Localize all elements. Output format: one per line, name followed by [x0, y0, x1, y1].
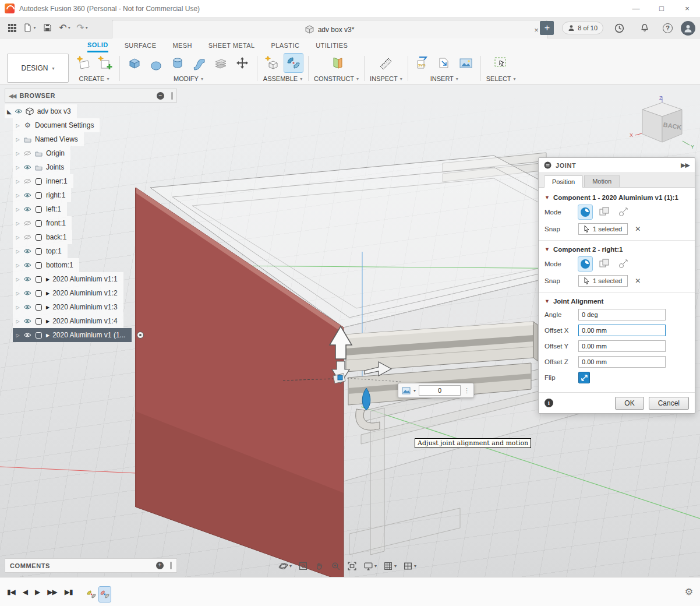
- browser-row-aluminium-1[interactable]: ▷ ▶ 2020 Aluminium v1:1: [13, 272, 123, 286]
- ok-button[interactable]: OK: [615, 397, 644, 410]
- browser-row-back[interactable]: ▷ back:1: [13, 230, 72, 244]
- undo-button[interactable]: ↶ ▾: [57, 20, 72, 36]
- browser-row-document-settings[interactable]: ▷ ⚙ Document Settings: [13, 118, 100, 132]
- fit-button[interactable]: [347, 561, 357, 571]
- new-sketch-button[interactable]: [96, 54, 114, 72]
- expand-dialog-icon[interactable]: ▶▶: [681, 161, 690, 169]
- minimize-button[interactable]: —: [623, 0, 649, 17]
- browser-row-front[interactable]: ▷ front:1: [13, 216, 72, 230]
- mode-between-two-faces-button[interactable]: [598, 257, 611, 271]
- expand-arrow-icon[interactable]: ▷: [15, 123, 20, 128]
- visibility-eye-icon[interactable]: [23, 290, 31, 296]
- expand-arrow-icon[interactable]: ▷: [15, 193, 20, 198]
- visibility-eye-off-icon[interactable]: [23, 234, 31, 240]
- expand-arrow-icon[interactable]: ▷: [15, 249, 20, 254]
- job-status-button[interactable]: [611, 20, 627, 36]
- view-cube[interactable]: Z BACK X Y: [628, 94, 698, 153]
- section-collapse-icon[interactable]: ▼: [545, 246, 550, 252]
- info-icon[interactable]: i: [545, 399, 553, 407]
- new-document-tab-button[interactable]: +: [540, 21, 554, 35]
- browser-row-inner[interactable]: ▷ inner:1: [13, 174, 73, 188]
- group-label-insert[interactable]: INSERT▾: [430, 75, 458, 82]
- tab-motion[interactable]: Motion: [584, 175, 620, 187]
- group-label-inspect[interactable]: INSPECT▾: [370, 75, 402, 82]
- ground-indicator-icon[interactable]: [136, 331, 144, 339]
- cylinder-tool-button[interactable]: [168, 54, 187, 72]
- offset-x-input[interactable]: [578, 325, 666, 336]
- tab-position[interactable]: Position: [544, 175, 583, 188]
- component1-section-header[interactable]: ▼ Component 1 - 2020 Aluminium v1 (1):1: [545, 194, 689, 201]
- joint-origin-marker[interactable]: [338, 375, 342, 380]
- document-count-badge[interactable]: 8 of 10: [562, 22, 603, 34]
- browser-row-named-views[interactable]: ▷ Named Views: [13, 132, 84, 146]
- close-button[interactable]: ×: [674, 0, 700, 17]
- new-component-button[interactable]: [263, 54, 281, 72]
- flip-button[interactable]: [578, 372, 590, 383]
- visibility-eye-icon[interactable]: [23, 304, 31, 310]
- select-tool-button[interactable]: [492, 54, 510, 72]
- go-to-beginning-button[interactable]: ▮◀: [7, 588, 15, 596]
- visibility-eye-off-icon[interactable]: [23, 150, 31, 156]
- panel-resize-grip[interactable]: [171, 92, 173, 100]
- tab-surface[interactable]: SURFACE: [125, 38, 157, 52]
- visibility-eye-icon[interactable]: [23, 262, 31, 268]
- joint-tool-button[interactable]: [284, 54, 303, 72]
- mode-between-two-faces-button[interactable]: [598, 205, 611, 219]
- joint-mini-toolbar[interactable]: ▾ ⋮: [398, 383, 474, 398]
- component1-snap-selection[interactable]: 1 selected: [578, 223, 628, 235]
- pan-button[interactable]: [314, 561, 324, 571]
- sweep-tool-button[interactable]: [190, 54, 208, 72]
- browser-header[interactable]: ◀◀ BROWSER −: [5, 89, 177, 103]
- visibility-eye-icon[interactable]: [23, 164, 31, 170]
- workspace-selector[interactable]: DESIGN ▾: [7, 54, 69, 83]
- play-button[interactable]: ▶: [35, 588, 40, 596]
- expand-arrow-icon[interactable]: ▷: [15, 151, 20, 156]
- save-button[interactable]: [40, 20, 55, 36]
- angle-input[interactable]: [578, 309, 666, 320]
- tab-plastic[interactable]: PLASTIC: [271, 38, 300, 52]
- timeline-joint-feature[interactable]: [86, 587, 97, 602]
- browser-row-aluminium-2[interactable]: ▷ ▶ 2020 Aluminium v1:2: [13, 286, 123, 300]
- insert-decal-button[interactable]: [457, 54, 475, 72]
- file-menu-button[interactable]: ▾: [22, 20, 37, 36]
- visibility-eye-icon[interactable]: [15, 108, 23, 114]
- browser-row-top[interactable]: ▷ top:1: [13, 244, 68, 258]
- expand-arrow-icon[interactable]: ▷: [15, 333, 20, 338]
- expand-arrow-icon[interactable]: ▷: [15, 165, 20, 170]
- browser-row-root[interactable]: ◣ adv box v3: [5, 104, 77, 118]
- tab-mesh[interactable]: MESH: [172, 38, 192, 52]
- browser-row-aluminium-4[interactable]: ▷ ▶ 2020 Aluminium v1:4: [13, 314, 123, 328]
- browser-row-bottom[interactable]: ▷ bottom:1: [13, 258, 79, 272]
- step-forward-button[interactable]: ▶▶: [47, 588, 56, 596]
- cancel-button[interactable]: Cancel: [649, 397, 689, 410]
- expand-arrow-icon[interactable]: ▷: [15, 235, 20, 240]
- orbit-button[interactable]: ▾: [278, 561, 292, 571]
- viewport-canvas[interactable]: ◀◀ BROWSER − ◣ adv box v3 ▷ ⚙ Document S…: [0, 85, 700, 577]
- browser-row-aluminium-5-selected[interactable]: ▷ ▶ 2020 Aluminium v1 (1...: [13, 328, 132, 342]
- expand-arrow-icon[interactable]: ▷: [15, 319, 20, 324]
- mode-simple-button[interactable]: [578, 205, 592, 219]
- expand-arrow-icon[interactable]: ▷: [15, 137, 20, 142]
- step-back-button[interactable]: ◀: [23, 588, 27, 596]
- measure-button[interactable]: [377, 54, 395, 72]
- visibility-eye-icon[interactable]: [23, 318, 31, 324]
- panel-resize-grip[interactable]: [170, 562, 172, 569]
- visibility-eye-off-icon[interactable]: [23, 220, 31, 226]
- expand-arrow-icon[interactable]: ▷: [15, 277, 20, 282]
- viewports-button[interactable]: ▾: [403, 561, 416, 571]
- expand-arrow-icon[interactable]: ▷: [15, 221, 20, 226]
- look-at-button[interactable]: [298, 561, 308, 571]
- mode-joint-origin-button[interactable]: [617, 257, 631, 271]
- create-sketch-button[interactable]: [74, 54, 93, 72]
- mode-simple-button[interactable]: [578, 257, 592, 271]
- grid-and-snaps-button[interactable]: ▾: [383, 561, 397, 571]
- split-body-button[interactable]: [211, 54, 230, 72]
- redo-button[interactable]: ↷ ▾: [75, 20, 90, 36]
- expand-arrow-icon[interactable]: ▷: [15, 179, 20, 184]
- angle-quick-input[interactable]: [419, 385, 461, 396]
- clear-selection-icon[interactable]: ✕: [635, 277, 641, 285]
- tab-sheet-metal[interactable]: SHEET METAL: [208, 38, 255, 52]
- group-label-create[interactable]: CREATE▾: [79, 75, 109, 82]
- visibility-eye-icon[interactable]: [23, 206, 31, 212]
- timeline-joint-feature-selected[interactable]: [99, 587, 111, 602]
